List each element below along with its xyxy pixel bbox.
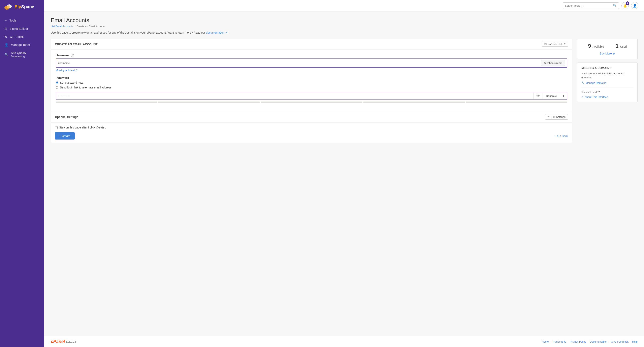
quota-stats-card: 9 Available 1 Used Buy More — [577, 39, 638, 59]
sidebar-navigation: ✂ Tools ⊞ Sitejet Builder W WP Toolkit 👤… — [0, 14, 44, 347]
page-title: Email Accounts — [51, 17, 638, 23]
footer-actions: + Create ← Go Back — [55, 132, 568, 139]
svg-point-2 — [6, 5, 10, 8]
intro-text: Use this page to create new email addres… — [51, 31, 638, 34]
sitejet-icon: ⊞ — [4, 27, 7, 30]
buy-more-link[interactable]: Buy More ⊕ — [582, 52, 632, 55]
user-icon: 👤 — [633, 4, 637, 8]
optional-settings-section: Optional Settings ✏ Edit Settings — [51, 111, 572, 122]
strength-segment-5 — [466, 101, 567, 103]
password-field-group: Password Set password now. Send login li… — [56, 76, 567, 103]
generate-dropdown-button[interactable]: ▼ — [560, 93, 567, 99]
password-label: Password — [56, 76, 567, 79]
sidebar-item-manage-team[interactable]: 👤 Manage Team — [0, 41, 44, 49]
available-label: Available — [592, 45, 604, 48]
topbar: 🔍 🔔 4 👤 — [44, 0, 644, 11]
password-radio-group: Set password now. Send login link to alt… — [56, 81, 567, 89]
notifications-button[interactable]: 🔔 4 — [622, 2, 629, 9]
radio-set-now-input[interactable] — [56, 81, 58, 84]
available-stat: 9 Available — [588, 43, 604, 49]
main-content: 🔍 🔔 4 👤 Email Accounts List Email Accoun… — [44, 0, 644, 347]
radio-set-password[interactable]: Set password now. — [56, 81, 567, 84]
strength-segment-2 — [158, 101, 260, 103]
about-interface-link[interactable]: ↗ About This Interface — [582, 95, 633, 98]
search-box[interactable]: 🔍 — [563, 2, 619, 9]
wrench-icon: 🔧 — [582, 81, 585, 84]
form-card-title: CREATE AN EMAIL ACCOUNT — [55, 43, 98, 46]
missing-domain-description: Navigate to a full list of the account's… — [582, 71, 633, 79]
sidebar-item-sitejet[interactable]: ⊞ Sitejet Builder — [0, 24, 44, 33]
eye-slash-icon: 👁 — [536, 94, 540, 97]
strength-segment-4 — [363, 101, 465, 103]
cpanel-brand: cPanel — [51, 339, 65, 344]
username-input[interactable] — [58, 61, 540, 64]
cpanel-version: 116.0.13 — [66, 340, 76, 343]
team-icon: 👤 — [4, 43, 8, 47]
right-panel: 9 Available 1 Used Buy More — [577, 39, 638, 102]
documentation-link[interactable]: documentation ↗ — [206, 31, 228, 34]
show-hide-help-button[interactable]: Show/Hide Help ? — [542, 42, 568, 47]
page-content: Email Accounts List Email Accounts / Cre… — [44, 11, 644, 336]
external-link-icon: ↗ — [582, 95, 584, 98]
search-icon[interactable]: 🔍 — [613, 4, 617, 7]
footer-privacy-link[interactable]: Privacy Policy — [570, 340, 586, 343]
breadcrumb: List Email Accounts / Create an Email Ac… — [51, 25, 638, 28]
used-count: 1 — [616, 43, 618, 49]
footer-home-link[interactable]: Home — [542, 340, 549, 343]
need-help-title: NEED HELP? — [582, 90, 633, 93]
breadcrumb-separator: / — [75, 25, 76, 28]
stay-checkbox-row: Stay on this page after I click Create . — [55, 126, 568, 129]
breadcrumb-current: Create an Email Account — [76, 25, 105, 28]
sidebar-item-site-quality[interactable]: 🔍 Site Quality Monitoring — [0, 49, 44, 60]
wp-icon: W — [4, 35, 7, 38]
pencil-icon: ✏ — [548, 115, 550, 118]
strength-segment-3 — [260, 101, 362, 103]
tools-icon: ✂ — [4, 18, 7, 22]
breadcrumb-link[interactable]: List Email Accounts — [51, 25, 74, 28]
user-menu-button[interactable]: 👤 — [631, 2, 638, 9]
missing-domain-info-card: MISSING A DOMAIN? Navigate to a full lis… — [577, 62, 638, 102]
stay-on-page-checkbox[interactable] — [55, 126, 58, 129]
page-footer: cPanel 116.0.13 Home Trademarks Privacy … — [44, 336, 644, 347]
footer-documentation-link[interactable]: Documentation — [590, 340, 607, 343]
strength-segment-1 — [56, 101, 158, 103]
manage-domains-link[interactable]: 🔧 Manage Domains — [582, 81, 633, 84]
missing-domain-link[interactable]: Missing a domain? — [56, 69, 567, 72]
form-body: Username ? @eshan.stream Missing a domai… — [51, 50, 572, 111]
sidebar: ElySpace ✂ Tools ⊞ Sitejet Builder W WP … — [0, 0, 44, 347]
sidebar-logo[interactable]: ElySpace — [0, 0, 44, 14]
password-input[interactable] — [56, 92, 534, 99]
domain-selector[interactable]: @eshan.stream — [541, 60, 565, 66]
radio-send-link[interactable]: Send login link to alternate email addre… — [56, 86, 567, 89]
edit-settings-button[interactable]: ✏ Edit Settings — [545, 114, 568, 120]
quota-stats-row: 9 Available 1 Used — [582, 43, 632, 49]
create-email-form-card: CREATE AN EMAIL ACCOUNT Show/Hide Help ?… — [51, 39, 572, 143]
footer-trademarks-link[interactable]: Trademarks — [552, 340, 566, 343]
generate-password-button[interactable]: Generate — [542, 93, 560, 99]
toggle-password-button[interactable]: 👁 — [534, 92, 542, 99]
two-column-layout: CREATE AN EMAIL ACCOUNT Show/Hide Help ?… — [51, 39, 638, 143]
username-field-group: Username ? @eshan.stream Missing a domai… — [56, 54, 567, 72]
notification-badge: 4 — [626, 1, 629, 5]
sidebar-item-tools[interactable]: ✂ Tools — [0, 16, 44, 24]
radio-send-link-input[interactable] — [56, 86, 58, 89]
used-stat: 1 Used — [616, 43, 627, 49]
sidebar-item-wptoolkit[interactable]: W WP Toolkit — [0, 33, 44, 41]
create-button[interactable]: + Create — [55, 132, 75, 139]
optional-settings-header: Optional Settings ✏ Edit Settings — [55, 114, 568, 120]
go-back-link[interactable]: ← Go Back — [554, 134, 568, 137]
cpanel-logo: cPanel 116.0.13 — [51, 339, 76, 344]
search-input[interactable] — [565, 4, 612, 7]
username-help-icon[interactable]: ? — [71, 54, 74, 57]
form-footer: Stay on this page after I click Create .… — [51, 122, 572, 143]
username-input-box: @eshan.stream — [56, 58, 567, 67]
footer-help-link[interactable]: Help — [632, 340, 638, 343]
circle-plus-icon: ⊕ — [612, 52, 615, 55]
footer-feedback-link[interactable]: Give Feedback — [611, 340, 628, 343]
form-card-header: CREATE AN EMAIL ACCOUNT Show/Hide Help ? — [51, 39, 572, 50]
quality-icon: 🔍 — [4, 53, 8, 56]
used-label: Used — [620, 45, 627, 48]
password-strength-bar — [56, 101, 567, 103]
divider — [582, 87, 633, 87]
password-input-row: 👁 Generate ▼ — [56, 92, 567, 100]
